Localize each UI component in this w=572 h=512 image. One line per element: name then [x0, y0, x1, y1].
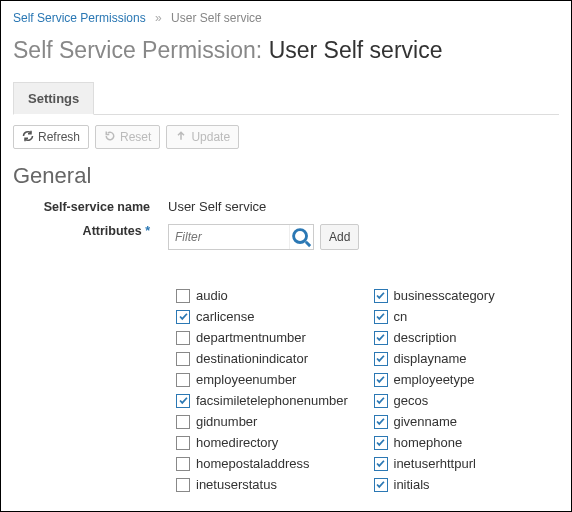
attribute-item: departmentnumber — [176, 330, 366, 345]
attribute-item: gidnumber — [176, 414, 366, 429]
reset-icon — [104, 130, 116, 144]
update-button[interactable]: Update — [166, 125, 239, 149]
attribute-name: description — [394, 330, 457, 345]
svg-point-0 — [294, 229, 307, 242]
attribute-item: initials — [374, 477, 564, 492]
breadcrumb-current: User Self service — [171, 11, 262, 25]
attribute-item: businesscategory — [374, 288, 564, 303]
attribute-name: gecos — [394, 393, 429, 408]
refresh-button[interactable]: Refresh — [13, 125, 89, 149]
filter-input[interactable] — [169, 225, 289, 249]
attribute-name: gidnumber — [196, 414, 257, 429]
tab-settings[interactable]: Settings — [13, 82, 94, 115]
attribute-item: facsimiletelephonenumber — [176, 393, 366, 408]
attribute-name: businesscategory — [394, 288, 495, 303]
attribute-checkbox[interactable] — [176, 415, 190, 429]
attribute-name: facsimiletelephonenumber — [196, 393, 348, 408]
attribute-checkbox[interactable] — [176, 310, 190, 324]
attribute-checkbox[interactable] — [176, 436, 190, 450]
attribute-checkbox[interactable] — [374, 415, 388, 429]
attribute-name: displayname — [394, 351, 467, 366]
attribute-name: audio — [196, 288, 228, 303]
title-value: User Self service — [269, 37, 443, 63]
attribute-checkbox[interactable] — [374, 331, 388, 345]
attribute-checkbox[interactable] — [374, 478, 388, 492]
attribute-item: carlicense — [176, 309, 366, 324]
update-label: Update — [191, 131, 230, 143]
add-button[interactable]: Add — [320, 224, 359, 250]
attributes-list[interactable]: audiobusinesscategorycarlicensecndepartm… — [176, 288, 563, 510]
attribute-checkbox[interactable] — [176, 373, 190, 387]
attribute-name: destinationindicator — [196, 351, 308, 366]
reset-label: Reset — [120, 131, 151, 143]
required-icon: * — [145, 224, 150, 238]
attribute-item: employeenumber — [176, 372, 366, 387]
attribute-item: inetuserstatus — [176, 477, 366, 492]
attribute-checkbox[interactable] — [374, 352, 388, 366]
attribute-item: homedirectory — [176, 435, 366, 450]
attribute-name: carlicense — [196, 309, 255, 324]
attribute-checkbox[interactable] — [176, 394, 190, 408]
selfservice-name-label: Self-service name — [13, 200, 168, 214]
update-icon — [175, 130, 187, 144]
attribute-name: departmentnumber — [196, 330, 306, 345]
attribute-checkbox[interactable] — [374, 457, 388, 471]
attribute-name: givenname — [394, 414, 458, 429]
attribute-name: homepostaladdress — [196, 456, 309, 471]
breadcrumb-link[interactable]: Self Service Permissions — [13, 11, 146, 25]
refresh-label: Refresh — [38, 131, 80, 143]
selfservice-name-value: User Self service — [168, 199, 559, 214]
filter-box — [168, 224, 314, 250]
attribute-name: inetuserhttpurl — [394, 456, 476, 471]
attribute-item: givenname — [374, 414, 564, 429]
attribute-item: employeetype — [374, 372, 564, 387]
attribute-name: inetuserstatus — [196, 477, 277, 492]
attribute-checkbox[interactable] — [374, 310, 388, 324]
attribute-checkbox[interactable] — [374, 436, 388, 450]
attribute-checkbox[interactable] — [176, 331, 190, 345]
toolbar: Refresh Reset Update — [13, 125, 559, 149]
attribute-checkbox[interactable] — [176, 289, 190, 303]
attribute-item: audio — [176, 288, 366, 303]
page-title: Self Service Permission: User Self servi… — [13, 37, 559, 64]
attribute-checkbox[interactable] — [374, 373, 388, 387]
attribute-item: inetuserhttpurl — [374, 456, 564, 471]
search-icon[interactable] — [289, 225, 313, 249]
title-prefix: Self Service Permission: — [13, 37, 269, 63]
attribute-item: homepostaladdress — [176, 456, 366, 471]
attribute-item: cn — [374, 309, 564, 324]
attribute-name: homephone — [394, 435, 463, 450]
tabs: Settings — [13, 82, 559, 115]
attribute-checkbox[interactable] — [176, 352, 190, 366]
attribute-checkbox[interactable] — [176, 457, 190, 471]
attribute-item: destinationindicator — [176, 351, 366, 366]
breadcrumb: Self Service Permissions » User Self ser… — [13, 11, 559, 25]
attribute-name: employeenumber — [196, 372, 296, 387]
reset-button[interactable]: Reset — [95, 125, 160, 149]
breadcrumb-separator-icon: » — [155, 11, 162, 25]
attribute-name: initials — [394, 477, 430, 492]
attribute-checkbox[interactable] — [374, 394, 388, 408]
attribute-name: cn — [394, 309, 408, 324]
attribute-name: employeetype — [394, 372, 475, 387]
section-general: General — [13, 163, 559, 189]
attribute-item: description — [374, 330, 564, 345]
attribute-checkbox[interactable] — [176, 478, 190, 492]
attribute-checkbox[interactable] — [374, 289, 388, 303]
attribute-item: homephone — [374, 435, 564, 450]
attribute-item: gecos — [374, 393, 564, 408]
attribute-item: displayname — [374, 351, 564, 366]
attributes-label: Attributes * — [13, 224, 168, 238]
refresh-icon — [22, 130, 34, 144]
attribute-name: homedirectory — [196, 435, 278, 450]
